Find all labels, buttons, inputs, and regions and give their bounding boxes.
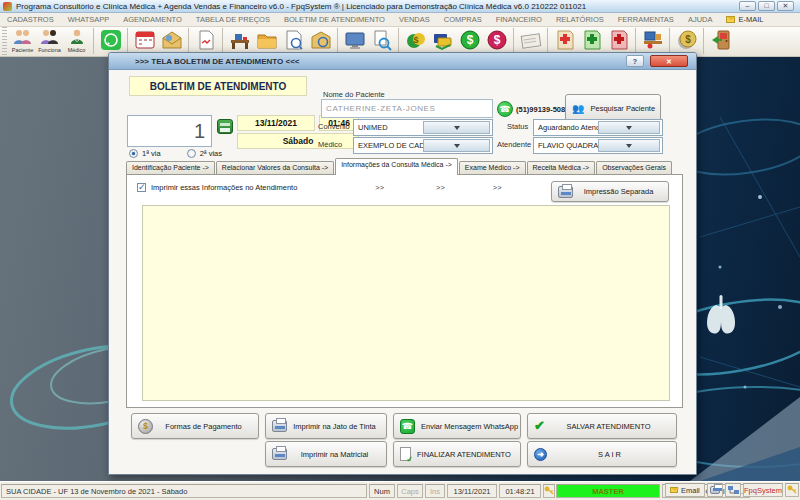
toolbar-guia-bege-button[interactable]	[551, 27, 578, 55]
toolbar-pesquisa-mail-button[interactable]	[307, 27, 334, 55]
toolbar-arquivo-button[interactable]	[253, 27, 280, 55]
toolbar-receita-button[interactable]	[192, 27, 219, 55]
whatsapp-phone-icon[interactable]: ☎	[497, 101, 513, 117]
imprimir-jato-button[interactable]: Imprimir na Jato de Tinta	[265, 413, 387, 439]
toolbar-separator	[669, 28, 670, 54]
toolbar-guia-vermelha-button[interactable]	[605, 27, 632, 55]
staff-icon	[40, 29, 60, 46]
via1-radio[interactable]: 1ª via	[129, 149, 161, 158]
menu-ferramentas[interactable]: FERRAMENTAS	[611, 15, 681, 24]
menu-compras[interactable]: COMPRAS	[437, 15, 489, 24]
dialog-titlebar[interactable]: >>> TELA BOLETIM DE ATENDIMENTO <<< ? ✕	[109, 53, 696, 70]
status-dropdown[interactable]: Aguardando Atendimento	[533, 119, 663, 136]
menu-whatsapp[interactable]: WHATSAPP	[61, 15, 117, 24]
dialog-help-button[interactable]: ?	[626, 55, 644, 67]
toolbar-pesquisa-doc-button[interactable]	[280, 27, 307, 55]
patient-name-input[interactable]: CATHERINE-ZETA-JONES	[321, 99, 493, 118]
toolbar-pagar-button[interactable]: $	[483, 27, 510, 55]
email-icon	[670, 487, 678, 493]
toolbar-medico-button[interactable]: Médico	[63, 27, 90, 55]
toolbar-receber-button[interactable]: $	[456, 27, 483, 55]
consulta-notes-textarea[interactable]	[142, 205, 670, 401]
toolbar-correspondencia-button[interactable]	[158, 27, 185, 55]
toolbar-separator	[188, 28, 189, 54]
toolbar-separator	[127, 28, 128, 54]
toolbar-monitor-button[interactable]	[341, 27, 368, 55]
toolbar-caixa-button[interactable]	[429, 27, 456, 55]
statusbar-date: 13/11/2021	[447, 484, 497, 498]
statusbar-email[interactable]: Email	[665, 483, 705, 497]
calendar-picker-icon[interactable]	[217, 119, 233, 134]
menu-ajuda[interactable]: AJUDA	[681, 15, 720, 24]
minimize-button[interactable]: –	[739, 1, 756, 11]
menu-cadastros[interactable]: CADASTROS	[0, 15, 61, 24]
maximize-button[interactable]: □	[758, 1, 775, 11]
convenio-dropdown[interactable]: UNIMED	[353, 119, 493, 136]
statusbar-printer[interactable]	[707, 483, 723, 497]
tab-valores[interactable]: Relacionar Valores da Consulta ->	[216, 161, 334, 175]
toolbar-sair-button[interactable]	[707, 27, 734, 55]
medico-dropdown[interactable]: EXEMPLO DE CADASTRO DE MÉDICO	[353, 137, 493, 154]
tab-receita[interactable]: Receita Médica ->	[527, 161, 596, 175]
boletim-header-label: BOLETIM DE ATENDIMENTO	[129, 76, 307, 96]
sair-button[interactable]: ➜ S A I R	[527, 441, 677, 467]
print-info-checkbox[interactable]	[137, 183, 146, 192]
toolbar-agenda-button[interactable]	[131, 27, 158, 55]
chevron-1: >>	[375, 183, 384, 192]
menu-relatorios[interactable]: RELATÓRIOS	[549, 15, 611, 24]
toolbar-funcionaria-button[interactable]: Funciona	[36, 27, 63, 55]
chevron-down-icon	[598, 121, 660, 134]
dialog-title: >>> TELA BOLETIM DE ATENDIMENTO <<<	[135, 57, 299, 66]
svg-text:$: $	[685, 34, 691, 45]
coin-icon: $	[676, 29, 698, 51]
menu-agendamento[interactable]: AGENDAMENTO	[116, 15, 189, 24]
menu-boletim[interactable]: BOLETIM DE ATENDIMENTO	[277, 15, 392, 24]
search-icon	[371, 29, 393, 51]
impressao-separada-button[interactable]: Impressão Separada	[551, 181, 669, 202]
chevron-2: >>	[436, 183, 445, 192]
formas-pagamento-button[interactable]: $ Formas de Pagamento	[131, 413, 259, 439]
toolbar-separator	[703, 28, 704, 54]
toolbar-atendimento-button[interactable]	[226, 27, 253, 55]
toolbar-estacao-button[interactable]	[639, 27, 666, 55]
finalizar-atendimento-button[interactable]: FINALIZAR ATENDIMENTO	[393, 441, 521, 467]
menu-email[interactable]: E-MAIL	[719, 15, 770, 24]
tab-informacoes[interactable]: Informações da Consulta Médica ->	[335, 158, 458, 175]
atendente-dropdown[interactable]: FLAVIO QUADRADO	[533, 137, 663, 154]
boletim-dialog: >>> TELA BOLETIM DE ATENDIMENTO <<< ? ✕ …	[108, 52, 697, 475]
toolbar-guia-verde-button[interactable]	[578, 27, 605, 55]
tab-observacoes[interactable]: Observações Gerais	[596, 161, 672, 175]
statusbar-time: 01:48:21	[499, 484, 541, 498]
email-icon	[726, 16, 735, 23]
workstation-icon	[642, 29, 664, 51]
salvar-atendimento-button[interactable]: ✔ SALVAR ATENDIMENTO	[527, 413, 677, 439]
toolbar-nota-button[interactable]	[517, 27, 544, 55]
menu-financeiro[interactable]: FINANCEIRO	[489, 15, 549, 24]
menubar: CADASTROS WHATSAPP AGENDAMENTO TABELA DE…	[0, 13, 800, 27]
boletim-number-field[interactable]: 1	[127, 115, 212, 147]
toolbar-paciente-button[interactable]: Paciente	[9, 27, 36, 55]
via2-radio[interactable]: 2ª vias	[187, 149, 222, 158]
imprimir-matricial-button[interactable]: Imprimir na Matricial	[265, 441, 387, 467]
toolbar-pesquisa-button[interactable]	[368, 27, 395, 55]
toolbar-vendas-button[interactable]: $	[402, 27, 429, 55]
tab-panel: Imprimir essas Informações no Atendiment…	[126, 174, 683, 408]
statusbar-key2[interactable]	[785, 483, 799, 497]
dialog-close-button[interactable]: ✕	[650, 55, 688, 67]
menu-tabela-precos[interactable]: TABELA DE PREÇOS	[189, 15, 277, 24]
tab-exame[interactable]: Exame Médico ->	[459, 161, 526, 175]
toolbar-whatsapp-button[interactable]	[97, 27, 124, 55]
document-check-icon	[400, 447, 411, 461]
printer-icon	[272, 448, 287, 460]
close-button[interactable]: ✕	[777, 1, 794, 11]
screen: Programa Consultório e Clínica Médica + …	[0, 0, 800, 500]
key-icon	[544, 486, 554, 496]
statusbar-network[interactable]	[725, 483, 741, 497]
chevron-down-icon	[423, 139, 490, 152]
enviar-whatsapp-button[interactable]: ☎ Enviar Mensagem WhatsApp	[393, 413, 521, 439]
menu-vendas[interactable]: VENDAS	[392, 15, 437, 24]
statusbar-brand: FpqSystem	[743, 483, 783, 497]
toolbar-moeda-button[interactable]: $	[673, 27, 700, 55]
tab-identificacao[interactable]: Identificação Paciente ->	[126, 161, 215, 175]
mail-search-icon	[310, 29, 332, 51]
